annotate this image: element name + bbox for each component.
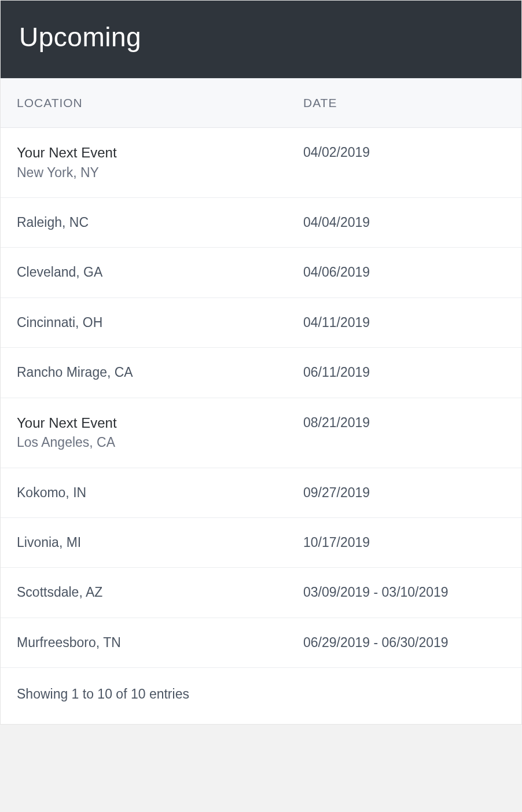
table-row[interactable]: Kokomo, IN09/27/2019 — [1, 468, 521, 517]
event-location: Livonia, MI — [17, 533, 271, 552]
table-footer: Showing 1 to 10 of 10 entries — [1, 668, 521, 724]
event-location: Scottsdale, AZ — [17, 583, 271, 602]
event-location: Rancho Mirage, CA — [17, 363, 271, 382]
cell-location: Murfreesboro, TN — [1, 618, 287, 667]
table-row[interactable]: Murfreesboro, TN06/29/2019 - 06/30/2019 — [1, 618, 521, 667]
cell-location: Scottsdale, AZ — [1, 568, 287, 618]
event-location: Los Angeles, CA — [17, 433, 271, 452]
table-row[interactable]: Raleigh, NC04/04/2019 — [1, 198, 521, 248]
event-title: Your Next Event — [17, 143, 271, 163]
cell-location: Rancho Mirage, CA — [1, 348, 287, 398]
cell-date: 04/06/2019 — [287, 248, 521, 297]
event-location: Cleveland, GA — [17, 263, 271, 282]
cell-location: Livonia, MI — [1, 518, 287, 568]
cell-date: 04/02/2019 — [287, 128, 521, 198]
cell-date: 10/17/2019 — [287, 518, 521, 568]
cell-date: 08/21/2019 — [287, 398, 521, 468]
table-row[interactable]: Rancho Mirage, CA06/11/2019 — [1, 348, 521, 398]
cell-date: 04/11/2019 — [287, 297, 521, 347]
event-location: Raleigh, NC — [17, 213, 271, 232]
events-table: LOCATION DATE Your Next EventNew York, N… — [1, 78, 521, 668]
column-header-date[interactable]: DATE — [287, 79, 521, 128]
cell-location: Cincinnati, OH — [1, 297, 287, 347]
cell-location: Kokomo, IN — [1, 468, 287, 517]
cell-location: Your Next EventLos Angeles, CA — [1, 398, 287, 468]
panel-title: Upcoming — [19, 21, 503, 53]
event-location: Kokomo, IN — [17, 483, 271, 502]
table-header-row: LOCATION DATE — [1, 79, 521, 128]
cell-location: Raleigh, NC — [1, 198, 287, 248]
cell-date: 09/27/2019 — [287, 468, 521, 517]
event-location: Cincinnati, OH — [17, 313, 271, 332]
cell-date: 04/04/2019 — [287, 198, 521, 248]
cell-location: Your Next EventNew York, NY — [1, 128, 287, 198]
cell-location: Cleveland, GA — [1, 248, 287, 297]
event-title: Your Next Event — [17, 413, 271, 433]
table-row[interactable]: Scottsdale, AZ03/09/2019 - 03/10/2019 — [1, 568, 521, 618]
event-location: New York, NY — [17, 163, 271, 182]
table-row[interactable]: Cleveland, GA04/06/2019 — [1, 248, 521, 297]
event-location: Murfreesboro, TN — [17, 633, 271, 652]
column-header-location[interactable]: LOCATION — [1, 79, 287, 128]
cell-date: 06/11/2019 — [287, 348, 521, 398]
entries-summary: Showing 1 to 10 of 10 entries — [17, 686, 189, 701]
cell-date: 03/09/2019 - 03/10/2019 — [287, 568, 521, 618]
table-row[interactable]: Your Next EventLos Angeles, CA08/21/2019 — [1, 398, 521, 468]
table-row[interactable]: Your Next EventNew York, NY04/02/2019 — [1, 128, 521, 198]
table-row[interactable]: Cincinnati, OH04/11/2019 — [1, 297, 521, 347]
table-row[interactable]: Livonia, MI10/17/2019 — [1, 518, 521, 568]
panel-header: Upcoming — [1, 1, 521, 78]
upcoming-panel: Upcoming LOCATION DATE Your Next EventNe… — [0, 0, 522, 725]
cell-date: 06/29/2019 - 06/30/2019 — [287, 618, 521, 667]
